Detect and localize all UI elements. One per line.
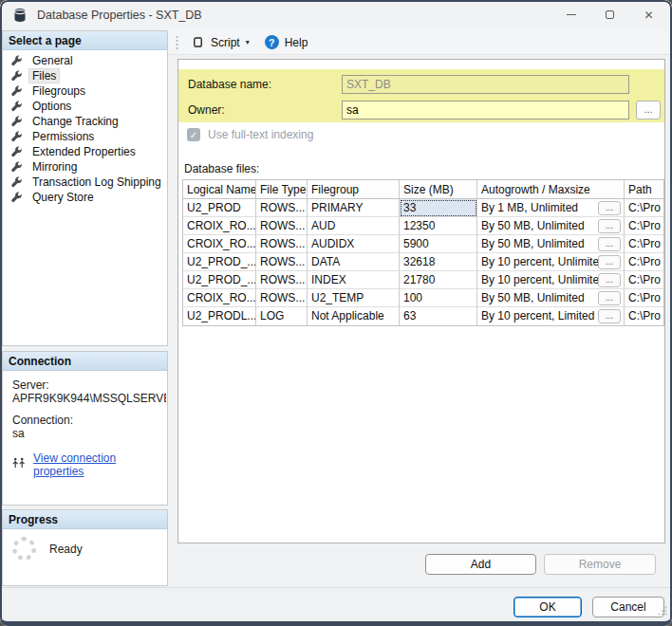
connection-header: Connection [3,352,167,371]
titlebar[interactable]: Database Properties - SXT_DB ✕ [0,0,672,29]
cell-file_type[interactable]: ROWS... [256,235,308,253]
cell-filegroup[interactable]: DATA [308,253,400,271]
cell-size_mb[interactable]: 32618 [400,253,477,271]
cell-path[interactable]: C:\Pro [625,199,664,217]
sidebar-item-label: Transaction Log Shipping [29,175,164,189]
cell-path[interactable]: C:\Pro [625,253,664,271]
cell-file_type[interactable]: ROWS... [256,253,308,271]
resize-grip-icon[interactable] [658,602,667,619]
cell-logical_name[interactable]: U2_PROD_... [183,271,256,289]
cell-file_type[interactable]: ROWS... [256,289,308,307]
sidebar-item-label: Filegroups [29,84,88,98]
column-header-path[interactable]: Path [625,180,664,199]
cell-path[interactable]: C:\Pro [625,289,664,307]
cell-path[interactable]: C:\Pro [625,271,664,289]
sidebar-item-transaction-log-shipping[interactable]: Transaction Log Shipping [3,175,167,190]
cell-logical_name[interactable]: U2_PROD [183,199,256,217]
table-row: U2_PROD_...ROWS...DATA32618By 10 percent… [183,253,664,271]
column-header-autogrowth[interactable]: Autogrowth / Maxsize [477,180,625,199]
table-row: U2_PRODROWS...PRIMARY33By 1 MB, Unlimite… [183,199,664,217]
cell-autogrowth[interactable]: By 50 MB, Unlimited... [477,289,625,307]
wrench-icon [10,161,23,174]
owner-field[interactable] [342,101,629,120]
sidebar-item-filegroups[interactable]: Filegroups [3,83,167,99]
cell-filegroup[interactable]: AUDIDX [308,235,400,253]
cell-file_type[interactable]: ROWS... [256,217,308,235]
fulltext-checkbox-label: Use full-text indexing [208,128,313,141]
cell-logical_name[interactable]: CROIX_RO... [183,289,256,307]
progress-panel: Progress Ready [2,509,168,586]
cell-size_mb[interactable]: 100 [400,289,477,307]
column-header-logical_name[interactable]: Logical Name [183,180,256,199]
cell-size_mb[interactable]: 12350 [400,217,477,235]
progress-header: Progress [3,510,167,529]
cell-file_type[interactable]: ROWS... [256,271,308,289]
sidebar-item-options[interactable]: Options [3,99,167,114]
sidebar-item-mirroring[interactable]: Mirroring [3,159,167,175]
cell-filegroup[interactable]: U2_TEMP [308,289,400,307]
cell-autogrowth[interactable]: By 50 MB, Unlimited... [477,235,625,253]
ok-button[interactable]: OK [513,597,582,617]
cell-path[interactable]: C:\Pro [625,217,664,235]
cell-path[interactable]: C:\Pro [625,235,664,253]
cell-path[interactable]: C:\Pro [625,307,664,325]
cancel-button[interactable]: Cancel [592,597,664,617]
cell-logical_name[interactable]: U2_PROD_... [183,253,256,271]
cell-file_type[interactable]: LOG [256,307,308,325]
maximize-button[interactable] [590,0,629,29]
column-header-file_type[interactable]: File Type [256,180,308,199]
autogrowth-ellipsis-button[interactable]: ... [598,273,621,287]
connection-label: Connection: [12,414,167,427]
sidebar-item-extended-properties[interactable]: Extended Properties [3,144,167,159]
cell-autogrowth[interactable]: By 1 MB, Unlimited... [477,199,625,217]
column-header-size_mb[interactable]: Size (MB) [400,180,477,199]
autogrowth-ellipsis-button[interactable]: ... [598,201,621,215]
toolbar-grip[interactable] [176,35,178,50]
help-button[interactable]: ? Help [262,33,311,51]
wrench-icon [10,101,23,113]
cell-size_mb[interactable]: 33 [400,199,477,217]
cell-filegroup[interactable]: PRIMARY [308,199,400,217]
help-icon: ? [265,35,279,49]
cell-autogrowth[interactable]: By 10 percent, Limited t...... [477,307,625,325]
autogrowth-ellipsis-button[interactable]: ... [598,291,621,305]
owner-browse-button[interactable]: ... [636,101,661,120]
autogrowth-ellipsis-button[interactable]: ... [598,255,621,269]
sidebar-item-change-tracking[interactable]: Change Tracking [3,114,167,129]
cell-size_mb[interactable]: 21780 [400,271,477,289]
cell-logical_name[interactable]: CROIX_RO... [183,235,256,253]
owner-label: Owner: [188,103,225,117]
cell-logical_name[interactable]: U2_PRODL... [183,307,256,325]
cell-filegroup[interactable]: AUD [308,217,400,235]
fulltext-checkbox: ✓ [187,128,200,141]
sidebar-item-label: Query Store [29,191,97,204]
sidebar-item-general[interactable]: General [3,53,167,68]
script-button[interactable]: Script ▾ [188,33,252,51]
cell-filegroup[interactable]: INDEX [308,271,400,289]
column-header-filegroup[interactable]: Filegroup [308,180,400,199]
connection-properties-icon [12,457,27,472]
cell-filegroup[interactable]: Not Applicable [308,307,400,325]
view-connection-properties-link[interactable]: View connection properties [33,451,167,478]
add-button[interactable]: Add [425,554,536,575]
sidebar-item-query-store[interactable]: Query Store [3,190,167,205]
autogrowth-ellipsis-button[interactable]: ... [598,219,621,233]
connection-panel: Connection Server: APFR9K9K944\MSSQLSERV… [2,351,168,506]
minimize-button[interactable] [551,0,590,29]
cell-autogrowth[interactable]: By 10 percent, Unlimited... [477,271,625,289]
close-button[interactable]: ✕ [629,0,668,29]
wrench-icon [10,176,23,189]
cell-autogrowth[interactable]: By 10 percent, Unlimited... [477,253,625,271]
sidebar-item-permissions[interactable]: Permissions [3,129,167,144]
autogrowth-ellipsis-button[interactable]: ... [598,309,621,323]
table-row: CROIX_RO...ROWS...U2_TEMP100By 50 MB, Un… [183,289,664,307]
cell-size_mb[interactable]: 5900 [400,235,477,253]
sidebar-item-files[interactable]: Files [3,68,167,83]
grid-header: Logical NameFile TypeFilegroupSize (MB)A… [183,180,663,199]
cell-size_mb[interactable]: 63 [400,307,477,325]
cell-logical_name[interactable]: CROIX_RO... [183,217,256,235]
cell-autogrowth[interactable]: By 50 MB, Unlimited... [477,217,625,235]
remove-button: Remove [544,554,656,575]
autogrowth-ellipsis-button[interactable]: ... [598,237,621,251]
cell-file_type[interactable]: ROWS... [256,199,308,217]
